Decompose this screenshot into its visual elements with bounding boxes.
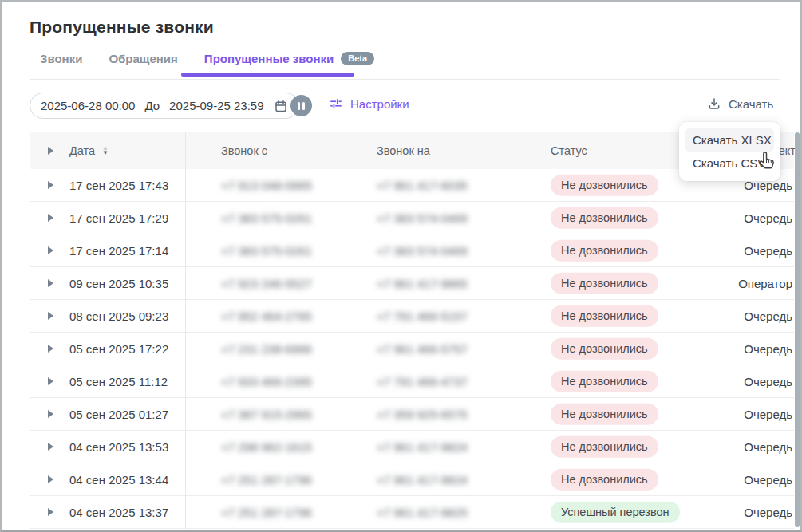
tab-calls[interactable]: Звонки	[40, 52, 82, 65]
status-badge: Не дозвонились	[551, 338, 658, 360]
calendar-icon[interactable]	[274, 99, 288, 113]
row-object: Очередь	[744, 342, 794, 356]
row-phone-from: +7 952 464-2765	[221, 309, 312, 323]
download-label: Скачать	[729, 97, 773, 111]
page-title: Пропущенные звонки	[30, 18, 214, 37]
table-row[interactable]: 05 сен 2025 17:22 +7 231 238-6966 +7 961…	[30, 333, 794, 365]
column-separator-line	[185, 132, 186, 529]
menu-item-download-xlsx[interactable]: Скачать XLSX	[685, 128, 774, 152]
date-range-separator: До	[144, 99, 160, 112]
row-expand-icon[interactable]	[47, 181, 54, 189]
sort-icon[interactable]: ▲▼	[102, 146, 109, 156]
row-expand-icon[interactable]	[47, 443, 54, 451]
row-date: 04 сен 2025 13:44	[69, 473, 168, 487]
tab-missed-calls-label: Пропущенные звонки	[204, 52, 334, 65]
row-object: Оператор	[738, 277, 794, 290]
status-badge: Не дозвонились	[551, 273, 658, 294]
row-phone-from: +7 251 287-1796	[221, 473, 312, 487]
table-row[interactable]: 17 сен 2025 17:29 +7 383 575-0261 +7 383…	[30, 202, 794, 234]
row-object: Очередь	[744, 211, 794, 225]
row-expand-icon[interactable]	[47, 377, 54, 385]
row-phone-to: +7 359 925-6575	[377, 408, 468, 421]
row-phone-from: +7 387 915-2965	[221, 408, 312, 421]
row-date: 17 сен 2025 17:14	[69, 244, 168, 258]
row-object: Очередь	[744, 375, 794, 388]
pause-button[interactable]	[290, 95, 312, 116]
settings-button[interactable]: Настройки	[329, 97, 409, 111]
pause-icon	[298, 102, 300, 110]
date-to-value[interactable]: 2025-09-25 23:59	[169, 99, 263, 112]
table-row[interactable]: 09 сен 2025 10:35 +7 923 246-5527 +7 961…	[30, 267, 794, 300]
vertical-scrollbar[interactable]	[795, 132, 800, 527]
row-object: Очередь	[744, 408, 794, 421]
expand-all-icon[interactable]	[47, 147, 54, 155]
row-expand-icon[interactable]	[47, 410, 54, 418]
row-phone-from: +7 231 238-6966	[221, 342, 312, 356]
row-phone-to: +7 791 466-4737	[377, 375, 468, 388]
tune-sliders-icon	[329, 97, 343, 111]
row-phone-from: +7 383 575-0261	[221, 244, 312, 258]
table-row[interactable]: 04 сен 2025 13:37 +7 251 287-1796 +7 961…	[30, 496, 794, 529]
row-phone-from: +7 933 466-2395	[221, 375, 312, 388]
mouse-cursor-pointer	[757, 149, 779, 176]
row-phone-from: +7 298 962-1615	[221, 440, 312, 454]
tab-calls-label: Звонки	[40, 52, 82, 65]
row-object: Очередь	[744, 309, 794, 323]
row-expand-icon[interactable]	[47, 312, 54, 320]
status-badge: Не дозвонились	[551, 371, 658, 392]
row-date: 04 сен 2025 13:37	[69, 506, 168, 519]
settings-label: Настройки	[350, 97, 409, 111]
row-phone-to: +7 961 417-9824	[377, 440, 468, 454]
column-header-call-to: Звонок на	[377, 144, 430, 157]
row-date: 17 сен 2025 17:43	[69, 179, 168, 192]
status-badge: Успешный перезвон	[551, 502, 680, 523]
row-phone-to: +7 961 466-5757	[377, 342, 468, 356]
tab-missed-calls[interactable]: Пропущенные звонки Beta	[204, 52, 374, 65]
row-expand-icon[interactable]	[47, 246, 54, 254]
date-range-picker[interactable]: 2025-06-28 00:00 До 2025-09-25 23:59	[30, 93, 299, 119]
row-phone-to: +7 383 574-0469	[377, 211, 468, 225]
table-row[interactable]: 05 сен 2025 01:27 +7 387 915-2965 +7 359…	[30, 398, 794, 431]
status-badge: Не дозвонились	[551, 175, 658, 196]
row-phone-to: +7 961 417-6035	[377, 179, 468, 192]
row-date: 09 сен 2025 10:35	[69, 277, 168, 290]
row-expand-icon[interactable]	[47, 279, 54, 287]
row-object: Очередь	[744, 473, 794, 487]
download-icon	[707, 97, 721, 111]
tab-requests[interactable]: Обращения	[109, 52, 177, 65]
tab-requests-label: Обращения	[109, 52, 177, 65]
status-badge: Не дозвонились	[551, 240, 658, 262]
row-object: Очередь	[744, 244, 794, 258]
table-row[interactable]: 08 сен 2025 09:23 +7 952 464-2765 +7 791…	[30, 300, 794, 333]
row-phone-to: +7 961 417-9825	[377, 506, 468, 519]
row-date: 08 сен 2025 09:23	[69, 309, 168, 323]
table-row[interactable]: 17 сен 2025 17:14 +7 383 575-0261 +7 383…	[30, 234, 794, 267]
column-header-date[interactable]: Дата ▲▼	[69, 144, 109, 157]
beta-badge: Beta	[341, 52, 374, 65]
table-row[interactable]: 04 сен 2025 13:53 +7 298 962-1615 +7 961…	[30, 431, 794, 463]
row-date: 05 сен 2025 17:22	[69, 342, 168, 356]
table-body: 17 сен 2025 17:43 +7 913 048-0965 +7 961…	[30, 169, 794, 529]
row-date: 04 сен 2025 13:53	[69, 440, 168, 454]
row-phone-from: +7 383 575-0261	[221, 211, 312, 225]
row-phone-from: +7 251 287-1796	[221, 506, 312, 519]
row-phone-to: +7 961 417-9865	[377, 277, 468, 290]
app-window: Пропущенные звонки Звонки Обращения Проп…	[0, 0, 802, 532]
row-expand-icon[interactable]	[47, 475, 54, 483]
table-row[interactable]: 05 сен 2025 11:12 +7 933 466-2395 +7 791…	[30, 365, 794, 398]
row-expand-icon[interactable]	[47, 508, 54, 516]
row-expand-icon[interactable]	[47, 345, 54, 353]
status-badge: Не дозвонились	[551, 305, 658, 327]
date-from-value[interactable]: 2025-06-28 00:00	[41, 99, 135, 112]
row-phone-to: +7 383 574-0469	[377, 244, 468, 258]
row-expand-icon[interactable]	[47, 214, 54, 222]
row-phone-to: +7 791 466-5157	[377, 309, 468, 323]
row-date: 05 сен 2025 01:27	[69, 408, 168, 421]
row-object: Очередь	[744, 440, 794, 454]
row-date: 17 сен 2025 17:29	[69, 211, 168, 225]
row-phone-from: +7 913 048-0965	[221, 179, 312, 192]
table-row[interactable]: 04 сен 2025 13:44 +7 251 287-1796 +7 961…	[30, 463, 794, 496]
status-badge: Не дозвонились	[551, 436, 658, 458]
status-badge: Не дозвонились	[551, 404, 658, 425]
download-button[interactable]: Скачать	[707, 97, 773, 111]
